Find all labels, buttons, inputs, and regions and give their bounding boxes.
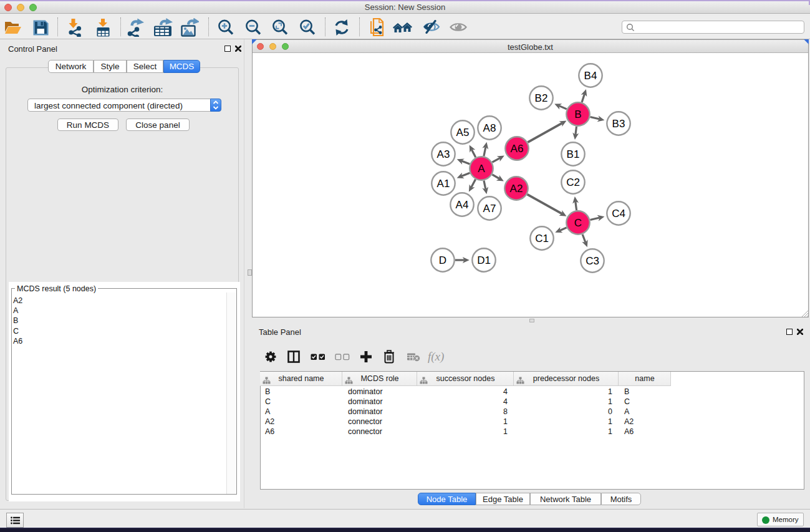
svg-text:A2: A2 [510,183,523,195]
svg-text:A6: A6 [511,143,524,155]
svg-text:A5: A5 [456,127,470,138]
svg-text:B3: B3 [612,118,625,130]
svg-text:D: D [439,254,446,266]
svg-text:C3: C3 [586,255,599,267]
svg-text:B1: B1 [567,148,580,160]
svg-text:C4: C4 [612,208,625,220]
svg-text:A1: A1 [437,178,450,190]
svg-text:B: B [574,109,581,120]
svg-text:A: A [478,163,485,175]
svg-text:A3: A3 [437,148,450,160]
svg-text:C1: C1 [535,233,549,244]
svg-text:B2: B2 [535,92,548,104]
svg-text:D1: D1 [477,254,491,266]
svg-text:A4: A4 [456,199,469,211]
svg-text:A7: A7 [483,203,496,215]
svg-text:B4: B4 [584,70,597,82]
svg-text:A8: A8 [483,122,496,134]
svg-text:C2: C2 [566,177,580,188]
svg-text:C: C [574,217,582,229]
